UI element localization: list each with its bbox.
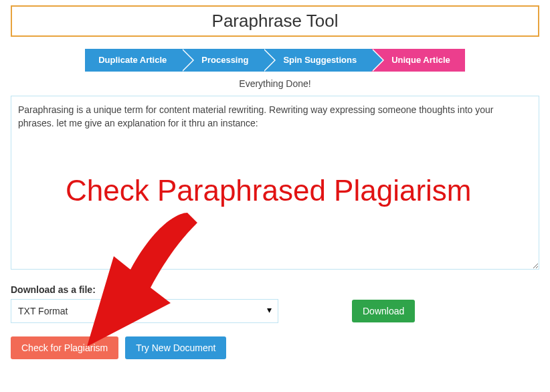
- step-spin-suggestions: Spin Suggestions: [263, 49, 371, 72]
- status-text: Everything Done!: [11, 78, 539, 89]
- check-plagiarism-button[interactable]: Check for Plagiarism: [11, 336, 118, 359]
- step-unique-article: Unique Article: [371, 49, 465, 72]
- step-duplicate-article: Duplicate Article: [85, 49, 181, 72]
- progress-steps: Duplicate Article Processing Spin Sugges…: [11, 49, 539, 72]
- download-label: Download as a file:: [11, 284, 539, 295]
- try-new-document-button[interactable]: Try New Document: [125, 336, 226, 359]
- download-button[interactable]: Download: [352, 300, 415, 322]
- format-select[interactable]: TXT Format: [11, 299, 278, 323]
- page-title: Paraphrase Tool: [11, 5, 539, 37]
- output-textarea[interactable]: [11, 96, 539, 270]
